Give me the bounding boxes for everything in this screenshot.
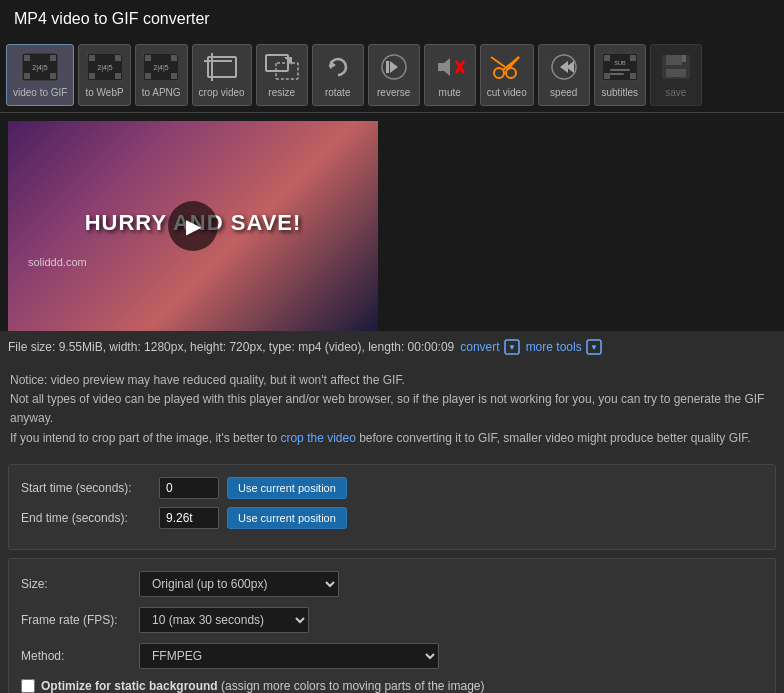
- crop-icon: [204, 53, 240, 85]
- cut-icon: [489, 53, 525, 85]
- tool-speed[interactable]: speed: [538, 44, 590, 106]
- start-time-row: Start time (seconds): Use current positi…: [21, 477, 763, 499]
- optimize-checkbox[interactable]: [21, 679, 35, 693]
- file-info-text: File size: 9.55MiB, width: 1280px, heigh…: [8, 340, 454, 354]
- svg-rect-46: [610, 73, 624, 75]
- svg-text:▼: ▼: [590, 343, 598, 352]
- video-preview[interactable]: HURRY AND SAVE! soliddd.com ▶: [8, 121, 378, 331]
- crop-video-link[interactable]: crop the video: [280, 431, 355, 445]
- notice-1: Notice: video preview may have reduced q…: [10, 371, 774, 390]
- tool-mute[interactable]: mute: [424, 44, 476, 106]
- tool-label-webp: to WebP: [85, 87, 123, 98]
- toolbar: 2|4|5 video to GIF 2|4|5 to WebP: [0, 38, 784, 113]
- tool-subtitles[interactable]: SUB subtitles: [594, 44, 646, 106]
- use-position-end-button[interactable]: Use current position: [227, 507, 347, 529]
- convert-icon: ▼: [504, 339, 520, 355]
- notice-section: Notice: video preview may have reduced q…: [0, 363, 784, 456]
- options-panel: Size: Original (up to 600px) 320px 480px…: [8, 558, 776, 693]
- fps-row: Frame rate (FPS): 5 (max 60 seconds) 10 …: [21, 607, 763, 633]
- method-row: Method: FFMPEG HTML5 Canvas: [21, 643, 763, 669]
- svg-rect-41: [604, 73, 610, 79]
- convert-link[interactable]: convert ▼: [460, 339, 519, 355]
- start-time-input[interactable]: [159, 477, 219, 499]
- mute-icon: [432, 53, 468, 85]
- svg-rect-3: [50, 55, 56, 61]
- svg-rect-42: [630, 55, 636, 61]
- svg-marker-28: [438, 58, 450, 76]
- svg-rect-15: [171, 55, 177, 61]
- svg-rect-7: [89, 55, 95, 61]
- tool-crop-video[interactable]: crop video: [192, 44, 252, 106]
- tool-label-rotate: rotate: [325, 87, 351, 98]
- tool-label-cut: cut video: [487, 87, 527, 98]
- tool-label-reverse: reverse: [377, 87, 410, 98]
- tool-rotate[interactable]: rotate: [312, 44, 364, 106]
- method-label: Method:: [21, 649, 131, 663]
- svg-rect-48: [666, 55, 682, 65]
- file-info-bar: File size: 9.55MiB, width: 1280px, heigh…: [0, 331, 784, 363]
- svg-line-35: [491, 57, 505, 67]
- fps-label: Frame rate (FPS):: [21, 613, 131, 627]
- fps-select[interactable]: 5 (max 60 seconds) 10 (max 30 seconds) 1…: [139, 607, 309, 633]
- more-tools-icon: ▼: [586, 339, 602, 355]
- tool-label-resize: resize: [268, 87, 295, 98]
- subtitles-icon: SUB: [602, 53, 638, 85]
- reverse-icon: [376, 53, 412, 85]
- svg-rect-45: [610, 69, 630, 71]
- size-label: Size:: [21, 577, 131, 591]
- tool-save[interactable]: save: [650, 44, 702, 106]
- notice-2: Not all types of video can be played wit…: [10, 390, 774, 428]
- more-tools-label: more tools: [526, 340, 582, 354]
- tool-label-subtitles: subtitles: [601, 87, 638, 98]
- size-select[interactable]: Original (up to 600px) 320px 480px 640px…: [139, 571, 339, 597]
- tool-to-webp[interactable]: 2|4|5 to WebP: [78, 44, 130, 106]
- notice-3: If you intend to crop part of the image,…: [10, 429, 774, 448]
- tool-label-apng: to APNG: [142, 87, 181, 98]
- rotate-icon: [320, 53, 356, 85]
- tool-resize[interactable]: resize: [256, 44, 308, 106]
- video-section: HURRY AND SAVE! soliddd.com ▶: [0, 113, 784, 331]
- resize-icon: [264, 53, 300, 85]
- save-icon: [658, 53, 694, 85]
- convert-anchor[interactable]: convert: [460, 340, 499, 354]
- svg-text:▼: ▼: [508, 343, 516, 352]
- tool-label-crop: crop video: [199, 87, 245, 98]
- play-button[interactable]: ▶: [168, 201, 218, 251]
- optimize-label-bold: Optimize for static background: [41, 679, 218, 693]
- end-time-row: End time (seconds): Use current position: [21, 507, 763, 529]
- svg-rect-9: [115, 55, 121, 61]
- svg-text:SUB: SUB: [614, 60, 626, 66]
- tool-cut-video[interactable]: cut video: [480, 44, 534, 106]
- svg-text:2|4|5: 2|4|5: [97, 64, 112, 72]
- svg-rect-43: [630, 73, 636, 79]
- tool-label-gif: video to GIF: [13, 87, 67, 98]
- end-time-input[interactable]: [159, 507, 219, 529]
- video-watermark: soliddd.com: [28, 256, 87, 268]
- optimize-row: Optimize for static background (assign m…: [21, 679, 763, 693]
- svg-text:2|4|5: 2|4|5: [153, 64, 168, 72]
- tool-label-save: save: [665, 87, 686, 98]
- svg-marker-26: [390, 61, 398, 73]
- film-icon-2: 2|4|5: [87, 53, 123, 85]
- svg-rect-8: [89, 73, 95, 79]
- tool-label-mute: mute: [439, 87, 461, 98]
- svg-rect-1: [24, 55, 30, 61]
- method-select[interactable]: FFMPEG HTML5 Canvas: [139, 643, 439, 669]
- svg-rect-2: [24, 73, 30, 79]
- page-title: MP4 video to GIF converter: [0, 0, 784, 38]
- use-position-start-button[interactable]: Use current position: [227, 477, 347, 499]
- film-icon-1: 2|4|5: [22, 53, 58, 85]
- svg-rect-27: [386, 61, 389, 73]
- more-tools-button[interactable]: more tools ▼: [526, 339, 602, 355]
- optimize-sublabel: (assign more colors to moving parts of t…: [221, 679, 484, 693]
- tool-video-to-gif[interactable]: 2|4|5 video to GIF: [6, 44, 74, 106]
- settings-panel: Start time (seconds): Use current positi…: [8, 464, 776, 550]
- svg-rect-4: [50, 73, 56, 79]
- film-icon-3: 2|4|5: [143, 53, 179, 85]
- svg-point-31: [494, 68, 504, 78]
- tool-reverse[interactable]: reverse: [368, 44, 420, 106]
- svg-rect-14: [145, 73, 151, 79]
- size-row: Size: Original (up to 600px) 320px 480px…: [21, 571, 763, 597]
- tool-to-apng[interactable]: 2|4|5 to APNG: [135, 44, 188, 106]
- svg-rect-50: [682, 55, 686, 62]
